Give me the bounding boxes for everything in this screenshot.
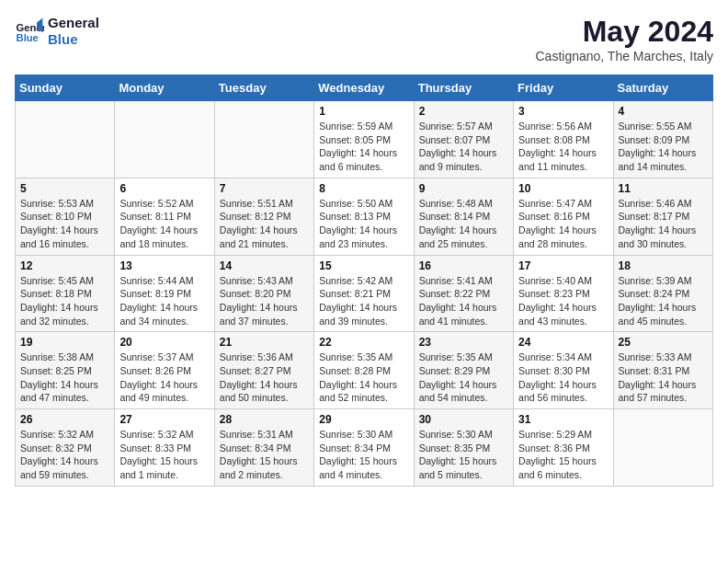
calendar-cell: 20Sunrise: 5:37 AM Sunset: 8:26 PM Dayli… bbox=[115, 332, 214, 409]
calendar-cell bbox=[613, 409, 712, 487]
day-info: Sunrise: 5:57 AM Sunset: 8:07 PM Dayligh… bbox=[419, 120, 508, 174]
calendar-cell: 29Sunrise: 5:30 AM Sunset: 8:34 PM Dayli… bbox=[314, 409, 414, 487]
day-info: Sunrise: 5:44 AM Sunset: 8:19 PM Dayligh… bbox=[119, 274, 209, 328]
day-number: 4 bbox=[619, 105, 708, 118]
week-row-4: 19Sunrise: 5:38 AM Sunset: 8:25 PM Dayli… bbox=[16, 332, 713, 409]
header-tuesday: Tuesday bbox=[214, 75, 313, 101]
calendar-cell: 26Sunrise: 5:32 AM Sunset: 8:32 PM Dayli… bbox=[16, 409, 115, 487]
day-info: Sunrise: 5:52 AM Sunset: 8:11 PM Dayligh… bbox=[119, 197, 209, 251]
day-number: 14 bbox=[220, 259, 309, 272]
day-number: 15 bbox=[319, 259, 408, 272]
calendar-cell: 14Sunrise: 5:43 AM Sunset: 8:20 PM Dayli… bbox=[214, 255, 313, 332]
day-number: 2 bbox=[419, 105, 508, 118]
day-number: 20 bbox=[119, 336, 209, 349]
calendar-cell: 28Sunrise: 5:31 AM Sunset: 8:34 PM Dayli… bbox=[214, 409, 313, 487]
calendar-cell bbox=[115, 101, 214, 178]
day-number: 10 bbox=[518, 182, 608, 195]
calendar-cell bbox=[16, 101, 115, 178]
calendar-cell: 3Sunrise: 5:56 AM Sunset: 8:08 PM Daylig… bbox=[514, 101, 613, 178]
day-number: 31 bbox=[518, 413, 608, 426]
calendar-cell: 22Sunrise: 5:35 AM Sunset: 8:28 PM Dayli… bbox=[314, 332, 414, 409]
calendar-cell: 13Sunrise: 5:44 AM Sunset: 8:19 PM Dayli… bbox=[115, 255, 214, 332]
day-number: 8 bbox=[319, 182, 408, 195]
day-info: Sunrise: 5:51 AM Sunset: 8:12 PM Dayligh… bbox=[220, 197, 309, 251]
calendar-cell: 16Sunrise: 5:41 AM Sunset: 8:22 PM Dayli… bbox=[414, 255, 513, 332]
day-info: Sunrise: 5:47 AM Sunset: 8:16 PM Dayligh… bbox=[518, 197, 608, 251]
day-info: Sunrise: 5:53 AM Sunset: 8:10 PM Dayligh… bbox=[20, 197, 109, 251]
day-number: 11 bbox=[619, 182, 708, 195]
logo-line1: General bbox=[48, 15, 99, 31]
calendar-cell: 30Sunrise: 5:30 AM Sunset: 8:35 PM Dayli… bbox=[414, 409, 513, 487]
header-sunday: Sunday bbox=[16, 75, 115, 101]
logo: General Blue General Blue bbox=[15, 15, 99, 48]
logo-line2: Blue bbox=[48, 31, 99, 48]
header-friday: Friday bbox=[514, 75, 613, 101]
week-row-2: 5Sunrise: 5:53 AM Sunset: 8:10 PM Daylig… bbox=[16, 178, 713, 255]
day-number: 6 bbox=[119, 182, 209, 195]
day-info: Sunrise: 5:32 AM Sunset: 8:32 PM Dayligh… bbox=[20, 428, 109, 482]
day-number: 18 bbox=[619, 259, 708, 272]
calendar-cell: 5Sunrise: 5:53 AM Sunset: 8:10 PM Daylig… bbox=[16, 178, 115, 255]
calendar-cell: 19Sunrise: 5:38 AM Sunset: 8:25 PM Dayli… bbox=[16, 332, 115, 409]
day-info: Sunrise: 5:35 AM Sunset: 8:29 PM Dayligh… bbox=[419, 350, 508, 405]
day-number: 7 bbox=[220, 182, 309, 195]
day-info: Sunrise: 5:30 AM Sunset: 8:34 PM Dayligh… bbox=[319, 428, 408, 482]
calendar-cell: 31Sunrise: 5:29 AM Sunset: 8:36 PM Dayli… bbox=[514, 409, 613, 487]
day-info: Sunrise: 5:30 AM Sunset: 8:35 PM Dayligh… bbox=[419, 428, 508, 482]
calendar-cell: 8Sunrise: 5:50 AM Sunset: 8:13 PM Daylig… bbox=[314, 178, 414, 255]
day-info: Sunrise: 5:55 AM Sunset: 8:09 PM Dayligh… bbox=[619, 120, 708, 174]
week-row-1: 1Sunrise: 5:59 AM Sunset: 8:05 PM Daylig… bbox=[16, 101, 713, 178]
day-number: 28 bbox=[220, 413, 309, 426]
day-number: 29 bbox=[319, 413, 408, 426]
day-info: Sunrise: 5:50 AM Sunset: 8:13 PM Dayligh… bbox=[319, 197, 408, 251]
calendar-cell: 12Sunrise: 5:45 AM Sunset: 8:18 PM Dayli… bbox=[16, 255, 115, 332]
day-number: 3 bbox=[518, 105, 608, 118]
header-monday: Monday bbox=[115, 75, 214, 101]
calendar-cell: 2Sunrise: 5:57 AM Sunset: 8:07 PM Daylig… bbox=[414, 101, 513, 178]
calendar-cell: 18Sunrise: 5:39 AM Sunset: 8:24 PM Dayli… bbox=[613, 255, 712, 332]
day-info: Sunrise: 5:33 AM Sunset: 8:31 PM Dayligh… bbox=[619, 350, 708, 405]
title-block: May 2024 Castignano, The Marches, Italy bbox=[535, 15, 713, 63]
day-number: 24 bbox=[518, 336, 608, 349]
day-number: 17 bbox=[518, 259, 608, 272]
day-number: 19 bbox=[20, 336, 109, 349]
day-info: Sunrise: 5:46 AM Sunset: 8:17 PM Dayligh… bbox=[619, 197, 708, 251]
calendar-cell: 24Sunrise: 5:34 AM Sunset: 8:30 PM Dayli… bbox=[514, 332, 613, 409]
calendar-cell: 27Sunrise: 5:32 AM Sunset: 8:33 PM Dayli… bbox=[115, 409, 214, 487]
day-info: Sunrise: 5:31 AM Sunset: 8:34 PM Dayligh… bbox=[220, 428, 309, 482]
day-info: Sunrise: 5:38 AM Sunset: 8:25 PM Dayligh… bbox=[20, 350, 109, 405]
svg-text:Blue: Blue bbox=[17, 32, 39, 43]
day-info: Sunrise: 5:35 AM Sunset: 8:28 PM Dayligh… bbox=[319, 350, 408, 405]
day-info: Sunrise: 5:48 AM Sunset: 8:14 PM Dayligh… bbox=[419, 197, 508, 251]
calendar-cell: 4Sunrise: 5:55 AM Sunset: 8:09 PM Daylig… bbox=[613, 101, 712, 178]
header-saturday: Saturday bbox=[613, 75, 712, 101]
day-info: Sunrise: 5:56 AM Sunset: 8:08 PM Dayligh… bbox=[518, 120, 608, 174]
day-number: 30 bbox=[419, 413, 508, 426]
calendar-cell: 21Sunrise: 5:36 AM Sunset: 8:27 PM Dayli… bbox=[214, 332, 313, 409]
header-wednesday: Wednesday bbox=[314, 75, 414, 101]
day-number: 16 bbox=[419, 259, 508, 272]
calendar-cell: 25Sunrise: 5:33 AM Sunset: 8:31 PM Dayli… bbox=[613, 332, 712, 409]
day-number: 12 bbox=[20, 259, 109, 272]
month-title: May 2024 bbox=[535, 15, 713, 49]
day-info: Sunrise: 5:39 AM Sunset: 8:24 PM Dayligh… bbox=[619, 274, 708, 328]
week-row-3: 12Sunrise: 5:45 AM Sunset: 8:18 PM Dayli… bbox=[16, 255, 713, 332]
calendar-cell: 23Sunrise: 5:35 AM Sunset: 8:29 PM Dayli… bbox=[414, 332, 513, 409]
calendar-cell: 17Sunrise: 5:40 AM Sunset: 8:23 PM Dayli… bbox=[514, 255, 613, 332]
header-row: SundayMondayTuesdayWednesdayThursdayFrid… bbox=[16, 75, 713, 101]
page-header: General Blue General Blue May 2024 Casti… bbox=[15, 15, 713, 63]
day-info: Sunrise: 5:43 AM Sunset: 8:20 PM Dayligh… bbox=[220, 274, 309, 328]
day-number: 9 bbox=[419, 182, 508, 195]
day-number: 1 bbox=[319, 105, 408, 118]
day-number: 22 bbox=[319, 336, 408, 349]
location-subtitle: Castignano, The Marches, Italy bbox=[535, 49, 713, 63]
day-info: Sunrise: 5:34 AM Sunset: 8:30 PM Dayligh… bbox=[518, 350, 608, 405]
day-info: Sunrise: 5:42 AM Sunset: 8:21 PM Dayligh… bbox=[319, 274, 408, 328]
logo-icon: General Blue bbox=[15, 17, 44, 46]
calendar-cell bbox=[214, 101, 313, 178]
day-info: Sunrise: 5:29 AM Sunset: 8:36 PM Dayligh… bbox=[518, 428, 608, 482]
header-thursday: Thursday bbox=[414, 75, 513, 101]
day-number: 23 bbox=[419, 336, 508, 349]
calendar-cell: 15Sunrise: 5:42 AM Sunset: 8:21 PM Dayli… bbox=[314, 255, 414, 332]
day-number: 13 bbox=[119, 259, 209, 272]
